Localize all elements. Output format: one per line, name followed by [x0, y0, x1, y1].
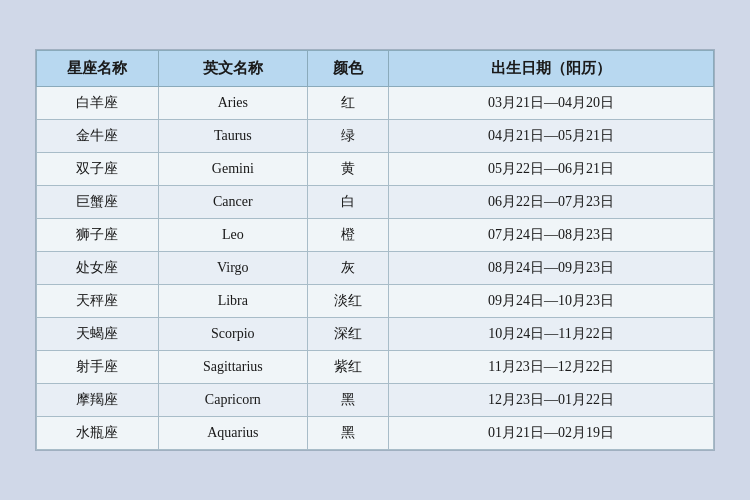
header-color: 颜色 — [307, 51, 388, 87]
table-row: 处女座Virgo灰08月24日—09月23日 — [37, 252, 714, 285]
cell-date: 08月24日—09月23日 — [389, 252, 714, 285]
cell-color: 深红 — [307, 318, 388, 351]
table-header-row: 星座名称 英文名称 颜色 出生日期（阳历） — [37, 51, 714, 87]
cell-chinese: 双子座 — [37, 153, 159, 186]
cell-chinese: 射手座 — [37, 351, 159, 384]
table-row: 双子座Gemini黄05月22日—06月21日 — [37, 153, 714, 186]
cell-english: Gemini — [158, 153, 307, 186]
cell-chinese: 金牛座 — [37, 120, 159, 153]
cell-date: 12月23日—01月22日 — [389, 384, 714, 417]
table-row: 天秤座Libra淡红09月24日—10月23日 — [37, 285, 714, 318]
cell-date: 05月22日—06月21日 — [389, 153, 714, 186]
cell-english: Libra — [158, 285, 307, 318]
table-row: 天蝎座Scorpio深红10月24日—11月22日 — [37, 318, 714, 351]
cell-date: 11月23日—12月22日 — [389, 351, 714, 384]
cell-chinese: 白羊座 — [37, 87, 159, 120]
cell-chinese: 摩羯座 — [37, 384, 159, 417]
cell-date: 04月21日—05月21日 — [389, 120, 714, 153]
table-row: 水瓶座Aquarius黑01月21日—02月19日 — [37, 417, 714, 450]
cell-chinese: 狮子座 — [37, 219, 159, 252]
cell-english: Scorpio — [158, 318, 307, 351]
cell-date: 01月21日—02月19日 — [389, 417, 714, 450]
table-body: 白羊座Aries红03月21日—04月20日金牛座Taurus绿04月21日—0… — [37, 87, 714, 450]
cell-color: 黑 — [307, 384, 388, 417]
cell-chinese: 水瓶座 — [37, 417, 159, 450]
table-row: 白羊座Aries红03月21日—04月20日 — [37, 87, 714, 120]
cell-english: Aries — [158, 87, 307, 120]
cell-chinese: 处女座 — [37, 252, 159, 285]
header-chinese: 星座名称 — [37, 51, 159, 87]
cell-date: 10月24日—11月22日 — [389, 318, 714, 351]
cell-date: 09月24日—10月23日 — [389, 285, 714, 318]
cell-color: 灰 — [307, 252, 388, 285]
cell-english: Virgo — [158, 252, 307, 285]
cell-color: 紫红 — [307, 351, 388, 384]
cell-color: 白 — [307, 186, 388, 219]
cell-color: 淡红 — [307, 285, 388, 318]
cell-date: 07月24日—08月23日 — [389, 219, 714, 252]
header-date: 出生日期（阳历） — [389, 51, 714, 87]
cell-english: Sagittarius — [158, 351, 307, 384]
cell-chinese: 天秤座 — [37, 285, 159, 318]
cell-english: Cancer — [158, 186, 307, 219]
cell-color: 橙 — [307, 219, 388, 252]
cell-english: Aquarius — [158, 417, 307, 450]
table-row: 摩羯座Capricorn黑12月23日—01月22日 — [37, 384, 714, 417]
cell-english: Leo — [158, 219, 307, 252]
zodiac-table: 星座名称 英文名称 颜色 出生日期（阳历） 白羊座Aries红03月21日—04… — [36, 50, 714, 450]
zodiac-table-container: 星座名称 英文名称 颜色 出生日期（阳历） 白羊座Aries红03月21日—04… — [35, 49, 715, 451]
table-row: 巨蟹座Cancer白06月22日—07月23日 — [37, 186, 714, 219]
header-english: 英文名称 — [158, 51, 307, 87]
cell-color: 绿 — [307, 120, 388, 153]
table-row: 金牛座Taurus绿04月21日—05月21日 — [37, 120, 714, 153]
table-row: 狮子座Leo橙07月24日—08月23日 — [37, 219, 714, 252]
cell-color: 黑 — [307, 417, 388, 450]
cell-chinese: 巨蟹座 — [37, 186, 159, 219]
cell-chinese: 天蝎座 — [37, 318, 159, 351]
cell-color: 黄 — [307, 153, 388, 186]
cell-english: Capricorn — [158, 384, 307, 417]
cell-date: 03月21日—04月20日 — [389, 87, 714, 120]
cell-english: Taurus — [158, 120, 307, 153]
table-row: 射手座Sagittarius紫红11月23日—12月22日 — [37, 351, 714, 384]
cell-date: 06月22日—07月23日 — [389, 186, 714, 219]
cell-color: 红 — [307, 87, 388, 120]
